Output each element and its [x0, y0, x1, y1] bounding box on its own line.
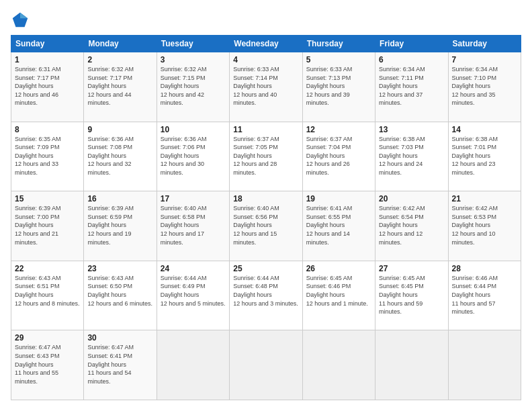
day-number: 29	[15, 333, 80, 342]
header	[11, 11, 521, 30]
weekday-header-cell: Thursday	[302, 36, 375, 52]
day-number: 22	[15, 264, 80, 273]
calendar-week-row: 29 Sunrise: 6:47 AMSunset: 6:43 PMDaylig…	[11, 330, 521, 400]
day-info: Sunrise: 6:32 AMSunset: 7:17 PMDaylight …	[87, 65, 152, 107]
calendar-day-cell: 16 Sunrise: 6:39 AMSunset: 6:59 PMDaylig…	[84, 191, 157, 261]
day-info: Sunrise: 6:32 AMSunset: 7:15 PMDaylight …	[161, 65, 226, 107]
day-number: 9	[87, 125, 152, 134]
svg-marker-1	[20, 13, 28, 18]
day-number: 27	[379, 264, 444, 273]
calendar-day-cell: 10 Sunrise: 6:36 AMSunset: 7:06 PMDaylig…	[157, 122, 229, 191]
day-number: 28	[452, 264, 517, 273]
calendar-day-cell: 19 Sunrise: 6:41 AMSunset: 6:55 PMDaylig…	[302, 191, 375, 261]
day-number: 7	[452, 55, 517, 64]
day-number: 3	[161, 55, 226, 64]
day-info: Sunrise: 6:36 AMSunset: 7:06 PMDaylight …	[161, 135, 226, 177]
page: SundayMondayTuesdayWednesdayThursdayFrid…	[0, 0, 532, 411]
day-info: Sunrise: 6:38 AMSunset: 7:01 PMDaylight …	[452, 135, 517, 177]
calendar-day-cell: 18 Sunrise: 6:40 AMSunset: 6:56 PMDaylig…	[230, 191, 302, 261]
logo	[11, 11, 32, 30]
day-number: 26	[306, 264, 371, 273]
calendar-day-cell: 1 Sunrise: 6:31 AMSunset: 7:17 PMDayligh…	[11, 52, 84, 122]
day-info: Sunrise: 6:37 AMSunset: 7:05 PMDaylight …	[233, 135, 298, 177]
calendar-day-cell: 3 Sunrise: 6:32 AMSunset: 7:15 PMDayligh…	[157, 52, 229, 122]
day-info: Sunrise: 6:44 AMSunset: 6:48 PMDaylight …	[233, 274, 298, 308]
day-info: Sunrise: 6:40 AMSunset: 6:58 PMDaylight …	[161, 204, 226, 246]
calendar-table: SundayMondayTuesdayWednesdayThursdayFrid…	[11, 35, 521, 400]
calendar-day-cell	[230, 330, 302, 400]
day-number: 25	[233, 264, 298, 273]
calendar-day-cell: 6 Sunrise: 6:34 AMSunset: 7:11 PMDayligh…	[375, 52, 448, 122]
calendar-day-cell	[448, 330, 521, 400]
day-number: 1	[15, 55, 80, 64]
calendar-day-cell: 28 Sunrise: 6:46 AMSunset: 6:44 PMDaylig…	[448, 261, 521, 330]
day-info: Sunrise: 6:46 AMSunset: 6:44 PMDaylight …	[452, 274, 517, 316]
day-number: 12	[306, 125, 371, 134]
day-info: Sunrise: 6:39 AMSunset: 7:00 PMDaylight …	[15, 204, 80, 246]
day-number: 13	[379, 125, 444, 134]
day-info: Sunrise: 6:44 AMSunset: 6:49 PMDaylight …	[161, 274, 226, 308]
weekday-header-cell: Tuesday	[157, 36, 229, 52]
weekday-header-row: SundayMondayTuesdayWednesdayThursdayFrid…	[11, 36, 521, 52]
calendar-day-cell: 29 Sunrise: 6:47 AMSunset: 6:43 PMDaylig…	[11, 330, 84, 400]
calendar-day-cell: 9 Sunrise: 6:36 AMSunset: 7:08 PMDayligh…	[84, 122, 157, 191]
calendar-day-cell: 30 Sunrise: 6:47 AMSunset: 6:41 PMDaylig…	[84, 330, 157, 400]
day-number: 11	[233, 125, 298, 134]
day-info: Sunrise: 6:34 AMSunset: 7:11 PMDaylight …	[379, 65, 444, 107]
calendar-day-cell: 5 Sunrise: 6:33 AMSunset: 7:13 PMDayligh…	[302, 52, 375, 122]
day-number: 17	[161, 194, 226, 203]
weekday-header-cell: Wednesday	[230, 36, 302, 52]
day-info: Sunrise: 6:37 AMSunset: 7:04 PMDaylight …	[306, 135, 371, 177]
day-info: Sunrise: 6:33 AMSunset: 7:13 PMDaylight …	[306, 65, 371, 107]
day-number: 6	[379, 55, 444, 64]
day-number: 8	[15, 125, 80, 134]
day-info: Sunrise: 6:35 AMSunset: 7:09 PMDaylight …	[15, 135, 80, 177]
day-number: 16	[87, 194, 152, 203]
weekday-header-cell: Sunday	[11, 36, 84, 52]
day-info: Sunrise: 6:45 AMSunset: 6:45 PMDaylight …	[379, 274, 444, 316]
calendar-day-cell: 25 Sunrise: 6:44 AMSunset: 6:48 PMDaylig…	[230, 261, 302, 330]
day-number: 20	[379, 194, 444, 203]
day-info: Sunrise: 6:38 AMSunset: 7:03 PMDaylight …	[379, 135, 444, 177]
day-info: Sunrise: 6:43 AMSunset: 6:50 PMDaylight …	[87, 274, 152, 308]
calendar-week-row: 22 Sunrise: 6:43 AMSunset: 6:51 PMDaylig…	[11, 261, 521, 330]
weekday-header-cell: Monday	[84, 36, 157, 52]
calendar-day-cell: 15 Sunrise: 6:39 AMSunset: 7:00 PMDaylig…	[11, 191, 84, 261]
day-number: 15	[15, 194, 80, 203]
calendar-body: 1 Sunrise: 6:31 AMSunset: 7:17 PMDayligh…	[11, 52, 521, 400]
day-info: Sunrise: 6:40 AMSunset: 6:56 PMDaylight …	[233, 204, 298, 246]
calendar-day-cell: 7 Sunrise: 6:34 AMSunset: 7:10 PMDayligh…	[448, 52, 521, 122]
calendar-week-row: 1 Sunrise: 6:31 AMSunset: 7:17 PMDayligh…	[11, 52, 521, 122]
day-number: 19	[306, 194, 371, 203]
calendar-day-cell: 4 Sunrise: 6:33 AMSunset: 7:14 PMDayligh…	[230, 52, 302, 122]
day-info: Sunrise: 6:47 AMSunset: 6:43 PMDaylight …	[15, 343, 80, 385]
day-number: 30	[87, 333, 152, 342]
calendar-day-cell: 22 Sunrise: 6:43 AMSunset: 6:51 PMDaylig…	[11, 261, 84, 330]
calendar-day-cell: 2 Sunrise: 6:32 AMSunset: 7:17 PMDayligh…	[84, 52, 157, 122]
calendar-day-cell: 13 Sunrise: 6:38 AMSunset: 7:03 PMDaylig…	[375, 122, 448, 191]
svg-marker-2	[13, 13, 20, 18]
day-info: Sunrise: 6:42 AMSunset: 6:54 PMDaylight …	[379, 204, 444, 246]
calendar-day-cell: 26 Sunrise: 6:45 AMSunset: 6:46 PMDaylig…	[302, 261, 375, 330]
calendar-week-row: 15 Sunrise: 6:39 AMSunset: 7:00 PMDaylig…	[11, 191, 521, 261]
day-number: 14	[452, 125, 517, 134]
day-number: 24	[161, 264, 226, 273]
calendar-day-cell: 11 Sunrise: 6:37 AMSunset: 7:05 PMDaylig…	[230, 122, 302, 191]
day-info: Sunrise: 6:33 AMSunset: 7:14 PMDaylight …	[233, 65, 298, 107]
day-number: 4	[233, 55, 298, 64]
day-number: 23	[87, 264, 152, 273]
day-info: Sunrise: 6:41 AMSunset: 6:55 PMDaylight …	[306, 204, 371, 246]
day-info: Sunrise: 6:45 AMSunset: 6:46 PMDaylight …	[306, 274, 371, 308]
calendar-day-cell	[375, 330, 448, 400]
day-number: 18	[233, 194, 298, 203]
calendar-day-cell	[302, 330, 375, 400]
calendar-day-cell: 14 Sunrise: 6:38 AMSunset: 7:01 PMDaylig…	[448, 122, 521, 191]
calendar-day-cell: 8 Sunrise: 6:35 AMSunset: 7:09 PMDayligh…	[11, 122, 84, 191]
calendar-day-cell: 27 Sunrise: 6:45 AMSunset: 6:45 PMDaylig…	[375, 261, 448, 330]
day-number: 21	[452, 194, 517, 203]
logo-icon	[11, 11, 30, 30]
day-info: Sunrise: 6:42 AMSunset: 6:53 PMDaylight …	[452, 204, 517, 246]
calendar-week-row: 8 Sunrise: 6:35 AMSunset: 7:09 PMDayligh…	[11, 122, 521, 191]
day-info: Sunrise: 6:43 AMSunset: 6:51 PMDaylight …	[15, 274, 80, 308]
day-number: 5	[306, 55, 371, 64]
